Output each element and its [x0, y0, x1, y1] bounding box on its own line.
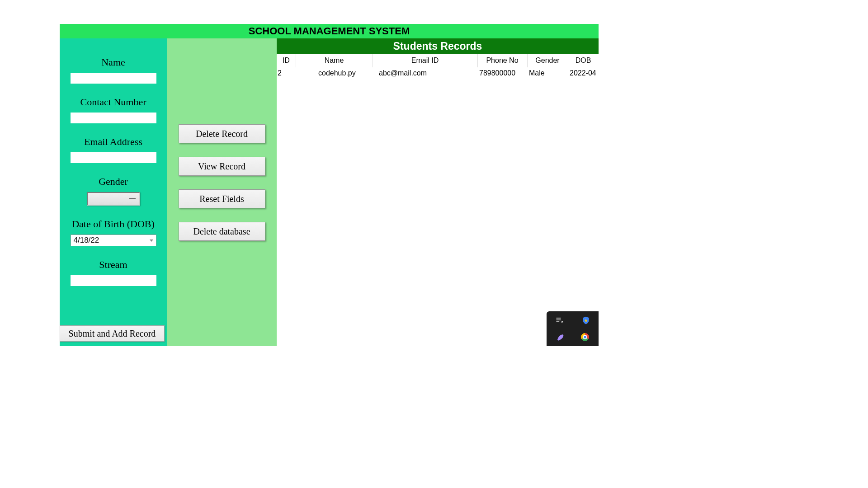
email-input[interactable]: [71, 152, 156, 163]
form-group-stream: Stream: [71, 259, 156, 286]
form-panel: Name Contact Number Email Address Gender: [60, 38, 167, 346]
stream-label: Stream: [99, 259, 127, 271]
feather-icon[interactable]: [555, 333, 564, 342]
form-group-contact: Contact Number: [71, 96, 156, 123]
reset-fields-button[interactable]: Reset Fields: [179, 189, 265, 208]
name-label: Name: [101, 56, 125, 68]
cell-gender: Male: [527, 67, 568, 79]
gender-label: Gender: [99, 176, 128, 188]
records-table: ID Name Email ID Phone No Gender DOB 2 c…: [277, 54, 599, 79]
chrome-icon[interactable]: [581, 333, 590, 342]
app-title: SCHOOL MANAGEMENT SYSTEM: [249, 25, 410, 37]
taskbar-tray: [547, 311, 599, 346]
cell-name: codehub.py: [296, 67, 373, 79]
form-group-email: Email Address: [71, 136, 156, 163]
contact-label: Contact Number: [80, 96, 146, 108]
col-header-email[interactable]: Email ID: [373, 54, 477, 67]
form-group-dob: Date of Birth (DOB) 4/18/22: [71, 218, 156, 246]
dob-label: Date of Birth (DOB): [72, 218, 155, 230]
cell-email: abc@mail.com: [373, 67, 477, 79]
email-label: Email Address: [84, 136, 142, 148]
security-shield-icon[interactable]: [581, 315, 590, 324]
form-group-gender: Gender: [87, 176, 140, 206]
submit-button[interactable]: Submit and Add Record: [60, 325, 165, 342]
dob-value: 4/18/22: [74, 236, 99, 245]
col-header-phone[interactable]: Phone No: [477, 54, 527, 67]
records-panel: Students Records ID Name Email ID Phone …: [277, 38, 599, 346]
chevron-down-icon: [150, 239, 153, 242]
app-window: SCHOOL MANAGEMENT SYSTEM Name Contact Nu…: [60, 24, 599, 346]
col-header-name[interactable]: Name: [296, 54, 373, 67]
contact-input[interactable]: [71, 113, 156, 123]
cell-id: 2: [277, 67, 296, 79]
form-group-name: Name: [71, 56, 156, 84]
dob-input[interactable]: 4/18/22: [71, 235, 156, 246]
name-input[interactable]: [71, 73, 156, 84]
col-header-id[interactable]: ID: [277, 54, 296, 67]
delete-database-button[interactable]: Delete database: [179, 222, 265, 241]
col-header-dob[interactable]: DOB: [568, 54, 599, 67]
cell-dob: 2022-04: [568, 67, 599, 79]
gender-select[interactable]: [87, 192, 140, 206]
delete-record-button[interactable]: Delete Record: [179, 124, 265, 143]
col-header-gender[interactable]: Gender: [527, 54, 568, 67]
table-header-row: ID Name Email ID Phone No Gender DOB: [277, 54, 599, 67]
dropdown-handle-icon: [129, 198, 136, 199]
records-heading: Students Records: [277, 38, 599, 54]
app-title-bar: SCHOOL MANAGEMENT SYSTEM: [60, 24, 599, 38]
table-row[interactable]: 2 codehub.py abc@mail.com 789800000 Male…: [277, 67, 599, 79]
stream-input[interactable]: [71, 275, 156, 286]
main-area: Name Contact Number Email Address Gender: [60, 38, 599, 346]
records-table-wrap: ID Name Email ID Phone No Gender DOB 2 c…: [277, 54, 599, 346]
view-record-button[interactable]: View Record: [179, 157, 265, 176]
actions-panel: Delete Record View Record Reset Fields D…: [167, 38, 277, 346]
cell-phone: 789800000: [477, 67, 527, 79]
playlist-icon[interactable]: [555, 315, 564, 324]
